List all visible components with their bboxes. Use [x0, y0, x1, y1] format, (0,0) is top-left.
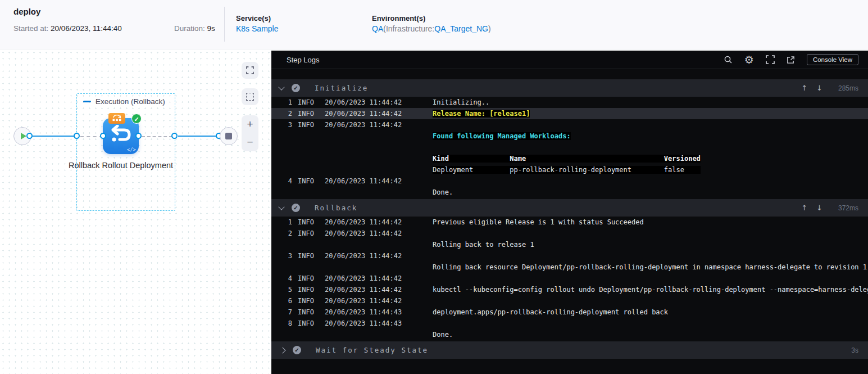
log-timestamp: 20/06/2023 11:44:42	[325, 229, 433, 237]
console-view-button[interactable]: Console View	[807, 54, 858, 65]
log-timestamp: 20/06/2023 11:44:42	[325, 252, 433, 260]
log-body[interactable]: ✓Initialize↑↓285ms1INFO20/06/2023 11:44:…	[271, 69, 868, 374]
started-at: Started at: 20/06/2023, 11:44:40	[13, 24, 122, 33]
log-row: 4INFO20/06/2023 11:44:42	[271, 273, 868, 284]
log-row: Rolling back resource Deployment/pp-roll…	[271, 262, 868, 273]
log-message: Rolling back resource Deployment/pp-roll…	[433, 263, 868, 271]
pipeline-canvas[interactable]: Execution (Rollback) ✓ </>	[0, 49, 271, 374]
log-level: INFO	[298, 177, 325, 185]
search-icon[interactable]	[724, 55, 733, 64]
canvas-fullscreen-button[interactable]	[242, 62, 258, 79]
log-message-text: Deployment pp-rollback-rolling-deploymen…	[433, 166, 701, 174]
canvas-marquee-button[interactable]	[242, 88, 258, 105]
stop-icon	[225, 133, 232, 139]
log-level: INFO	[298, 319, 325, 327]
edge-dashed-line	[142, 136, 172, 137]
log-row: 7INFO20/06/2023 11:44:43deployment.apps/…	[271, 307, 868, 318]
log-row: 2INFO20/06/2023 11:44:42Release Name: [r…	[271, 108, 868, 119]
log-row: Done.	[271, 187, 868, 198]
zoom-out-button[interactable]: −	[247, 137, 253, 147]
execution-header: deploy Started at: 20/06/2023, 11:44:40 …	[0, 0, 868, 49]
log-line-number: 2	[277, 229, 292, 237]
log-section-header-initialize[interactable]: ✓Initialize↑↓285ms	[271, 79, 868, 97]
log-line-number: 4	[277, 177, 292, 185]
chevron-down-icon[interactable]	[278, 84, 284, 90]
zoom-in-button[interactable]: +	[247, 119, 253, 129]
log-line-number: 5	[277, 286, 292, 294]
log-row: 2INFO20/06/2023 11:44:42	[271, 228, 868, 239]
collapse-group-icon[interactable]	[83, 101, 91, 102]
environments-label: Environment(s)	[372, 14, 425, 22]
log-line-number: 3	[277, 252, 292, 260]
log-row: 4INFO20/06/2023 11:44:42	[271, 175, 868, 187]
undo-arrow-icon	[109, 125, 133, 147]
scroll-to-bottom-icon[interactable]: ↓	[816, 204, 822, 212]
scroll-to-bottom-icon[interactable]: ↓	[816, 84, 822, 92]
section-header-right: ↑↓372ms	[801, 204, 858, 212]
section-duration: 3s	[831, 346, 858, 354]
header-divider	[224, 7, 225, 42]
log-section-header-wait-for-steady-state[interactable]: ✓Wait for Steady State3s	[271, 341, 868, 359]
log-row: 6INFO20/06/2023 11:44:42	[271, 295, 868, 307]
section-title: Rollback	[315, 204, 357, 212]
log-row: 3INFO20/06/2023 11:44:42	[271, 250, 868, 262]
end-node[interactable]	[220, 127, 238, 145]
log-row: 8INFO20/06/2023 11:44:43	[271, 318, 868, 329]
log-timestamp: 20/06/2023 11:44:42	[325, 177, 433, 185]
canvas-zoom-control: + −	[242, 115, 258, 151]
environment-link[interactable]: QA(Infrastructure:QA_Target_NG)	[372, 24, 491, 33]
log-level: INFO	[298, 274, 325, 282]
log-message: Initializing..	[433, 98, 868, 106]
log-message-text: Initializing..	[433, 98, 489, 106]
log-message-text: Release Name: [release1]	[433, 110, 530, 118]
section-header-right: 3s	[831, 346, 858, 354]
duration: Duration: 9s	[174, 24, 215, 33]
log-line-number: 4	[277, 274, 292, 282]
marquee-select-icon	[246, 93, 254, 101]
log-message: Previous eligible Release is 1 with stat…	[433, 218, 868, 226]
execution-group-header[interactable]: Execution (Rollback)	[83, 97, 165, 106]
log-row: 3INFO20/06/2023 11:44:42	[271, 119, 868, 130]
log-message: Rolling back to release 1	[433, 241, 868, 249]
log-timestamp: 20/06/2023 11:44:42	[325, 286, 433, 294]
gear-icon[interactable]: ⚙	[744, 55, 754, 65]
pipeline-title: deploy	[13, 7, 40, 16]
log-level: INFO	[298, 308, 325, 316]
edge-connector	[100, 133, 106, 139]
log-message-text: Done.	[433, 331, 453, 339]
log-timestamp: 20/06/2023 11:44:43	[325, 319, 433, 327]
log-level: INFO	[298, 229, 325, 237]
scroll-to-top-icon[interactable]: ↑	[801, 204, 807, 212]
code-glyph-icon: </>	[127, 147, 136, 152]
log-message-text: deployment.apps/pp-rollback-rolling-depl…	[433, 308, 668, 316]
log-message-text: Rolling back to release 1	[433, 241, 534, 249]
log-line-number: 2	[277, 110, 292, 118]
log-message: Release Name: [release1]	[433, 110, 868, 118]
log-message: deployment.apps/pp-rollback-rolling-depl…	[433, 308, 868, 316]
log-row: 1INFO20/06/2023 11:44:42Previous eligibl…	[271, 217, 868, 228]
section-duration: 372ms	[831, 204, 858, 212]
fullscreen-icon[interactable]	[766, 55, 775, 64]
service-link[interactable]: K8s Sample	[236, 24, 278, 33]
log-row: Done.	[271, 329, 868, 340]
edge-connector	[171, 133, 178, 139]
log-line-number: 1	[277, 218, 292, 226]
open-in-new-icon[interactable]	[787, 56, 795, 64]
section-title: Initialize	[315, 84, 368, 92]
scroll-to-top-icon[interactable]: ↑	[801, 84, 807, 92]
log-line-number: 7	[277, 308, 292, 316]
log-level: INFO	[298, 98, 325, 106]
rollout-badge-icon	[108, 113, 125, 124]
chevron-down-icon[interactable]	[278, 204, 284, 210]
services-label: Service(s)	[236, 14, 271, 22]
log-message: Deployment pp-rollback-rolling-deploymen…	[433, 166, 868, 174]
log-section-header-rollback[interactable]: ✓Rollback↑↓372ms	[271, 199, 868, 217]
edge-line	[178, 136, 217, 137]
rollback-step-node[interactable]: ✓ </>	[103, 118, 139, 154]
success-check-icon: ✓	[293, 346, 301, 354]
chevron-right-icon[interactable]	[279, 347, 285, 353]
log-row: 1INFO20/06/2023 11:44:42Initializing..	[271, 97, 868, 108]
edge-connector	[135, 133, 142, 139]
log-timestamp: 20/06/2023 11:44:42	[325, 110, 433, 118]
log-level: INFO	[298, 252, 325, 260]
